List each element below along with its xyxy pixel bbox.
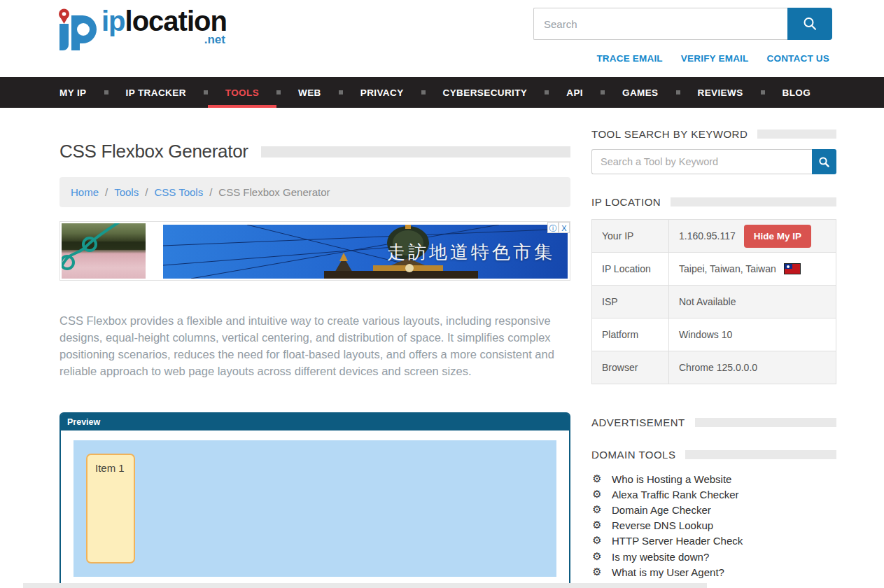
tool-search-input[interactable] — [591, 149, 812, 174]
ad-info-icon[interactable]: ⓘ — [547, 222, 559, 233]
breadcrumb-separator: / — [209, 186, 212, 198]
nav-item-games[interactable]: GAMES — [605, 77, 676, 108]
heading-decoration-bar — [685, 450, 836, 459]
nav-item-my-ip[interactable]: MY IP — [42, 77, 104, 108]
site-logo[interactable]: iplocation .net — [52, 7, 227, 53]
domain-tool-link-reverse-dns[interactable]: Reverse DNS Lookup — [612, 519, 713, 531]
nav-item-blog[interactable]: BLOG — [765, 77, 829, 108]
list-item: ⚙ Domain Age Checker — [591, 502, 836, 517]
ip-row-label: Browser — [592, 351, 669, 384]
search-icon — [818, 156, 830, 168]
your-ip-value: 1.160.95.117 — [679, 230, 736, 241]
preview-panel: Preview Item 1 — [59, 412, 570, 587]
tool-search-button[interactable] — [812, 149, 836, 174]
table-row: ISP Not Available — [592, 286, 836, 318]
logo-word-ip: ip — [101, 6, 125, 36]
ad-close-icon[interactable]: X — [559, 222, 570, 233]
header-links: TRACE EMAIL VERIFY EMAIL CONTACT US — [596, 53, 829, 64]
domain-tools-heading: DOMAIN TOOLS — [591, 449, 836, 461]
trace-email-link[interactable]: TRACE EMAIL — [596, 53, 662, 64]
tool-description: CSS Flexbox provides a flexible and intu… — [59, 312, 558, 379]
domain-tool-link-hosting[interactable]: Who is Hosting a Website — [612, 473, 731, 485]
header-search — [533, 8, 832, 40]
search-icon — [802, 16, 818, 31]
title-decoration-bar — [261, 146, 570, 158]
breadcrumb: Home / Tools / CSS Tools / CSS Flexbox G… — [59, 177, 570, 207]
heading-decoration-bar — [695, 418, 836, 427]
domain-tool-link-http-header[interactable]: HTTP Server Header Check — [612, 535, 743, 547]
ip-row-label: ISP — [592, 286, 669, 318]
table-row: Platform Windows 10 — [592, 318, 836, 351]
breadcrumb-home[interactable]: Home — [71, 186, 99, 198]
ad-main-image[interactable]: 走訪地道特色市集 — [163, 225, 568, 279]
header-search-input[interactable] — [533, 8, 787, 40]
main-nav: MY IP IP TRACKER TOOLS WEB PRIVACY CYBER… — [0, 77, 884, 108]
list-item: ⚙ Is my website down? — [591, 549, 836, 564]
nav-item-ip-tracker[interactable]: IP TRACKER — [108, 77, 204, 108]
browser-value: Chrome 125.0.0.0 — [669, 351, 836, 384]
ad-left-image[interactable] — [62, 223, 146, 279]
breadcrumb-separator: / — [105, 186, 108, 198]
sidebar: TOOL SEARCH BY KEYWORD IP LOCATION Y — [591, 108, 836, 580]
header-search-button[interactable] — [787, 8, 832, 40]
logo-ip-pin-icon — [52, 7, 97, 53]
site-header: iplocation .net TRACE EMAIL VERIFY EMAIL… — [0, 0, 884, 77]
gear-icon: ⚙ — [591, 505, 603, 515]
table-row: IP Location Taipei, Taiwan, Taiwan — [592, 253, 836, 286]
list-item: ⚙ What is my User Agent? — [591, 564, 836, 580]
list-item: ⚙ HTTP Server Header Check — [591, 533, 836, 549]
domain-tool-link-website-down[interactable]: Is my website down? — [612, 551, 709, 563]
ip-location-table: Your IP 1.160.95.117 Hide My IP IP Locat… — [591, 219, 836, 384]
gear-icon: ⚙ — [591, 489, 603, 500]
breadcrumb-css-tools[interactable]: CSS Tools — [154, 186, 203, 198]
isp-value: Not Available — [669, 286, 836, 318]
preview-panel-header: Preview — [61, 414, 569, 430]
table-row: Browser Chrome 125.0.0.0 — [592, 351, 836, 384]
list-item: ⚙ Who is Hosting a Website — [591, 471, 836, 486]
breadcrumb-tools[interactable]: Tools — [114, 186, 139, 198]
ip-location-heading: IP LOCATION — [591, 196, 836, 208]
ad-badges: ⓘ X — [547, 222, 570, 233]
ip-row-label: IP Location — [592, 253, 669, 286]
preview-panel-body: Item 1 — [61, 430, 569, 586]
breadcrumb-separator: / — [145, 186, 148, 198]
nav-item-cybersecurity[interactable]: CYBERSECURITY — [426, 77, 545, 108]
nav-item-web[interactable]: WEB — [281, 77, 339, 108]
breadcrumb-current: CSS Flexbox Generator — [218, 186, 330, 198]
gear-icon: ⚙ — [591, 520, 603, 531]
preview-title: Preview — [67, 417, 100, 427]
platform-value: Windows 10 — [669, 318, 836, 351]
flexbox-preview-item-1: Item 1 — [86, 454, 135, 564]
contact-us-link[interactable]: CONTACT US — [767, 53, 830, 64]
gear-icon: ⚙ — [591, 567, 603, 578]
advertisement-heading: ADVERTISEMENT — [591, 416, 836, 428]
heading-decoration-bar — [671, 197, 836, 206]
ad-banner[interactable]: 走訪地道特色市集 ⓘ X — [59, 221, 570, 281]
domain-tool-link-user-agent[interactable]: What is my User Agent? — [612, 566, 724, 578]
page-bottom-strip — [23, 583, 707, 588]
page: iplocation .net TRACE EMAIL VERIFY EMAIL… — [0, 0, 884, 588]
domain-tools-list: ⚙ Who is Hosting a Website ⚙ Alexa Traff… — [591, 471, 836, 580]
main-content: CSS Flexbox Generator Home / Tools / CSS… — [59, 108, 570, 587]
tool-search — [591, 149, 836, 174]
ad-headline: 走訪地道特色市集 — [387, 239, 555, 264]
verify-email-link[interactable]: VERIFY EMAIL — [681, 53, 749, 64]
hide-my-ip-button[interactable]: Hide My IP — [744, 225, 811, 248]
logo-word-location: location — [125, 6, 227, 36]
ip-row-label: Your IP — [592, 220, 669, 253]
nav-item-api[interactable]: API — [549, 77, 601, 108]
nav-item-tools[interactable]: TOOLS — [208, 77, 276, 108]
domain-tool-link-domain-age[interactable]: Domain Age Checker — [612, 504, 711, 516]
taiwan-flag-icon — [785, 264, 800, 274]
heading-decoration-bar — [757, 130, 836, 139]
gear-icon: ⚙ — [591, 474, 603, 484]
table-row: Your IP 1.160.95.117 Hide My IP — [592, 220, 836, 253]
logo-wordmark: iplocation .net — [101, 7, 227, 46]
nav-item-privacy[interactable]: PRIVACY — [343, 77, 421, 108]
tool-search-heading: TOOL SEARCH BY KEYWORD — [591, 128, 836, 140]
list-item: ⚙ Reverse DNS Lookup — [591, 518, 836, 533]
gear-icon: ⚙ — [591, 552, 603, 562]
nav-item-reviews[interactable]: REVIEWS — [680, 77, 761, 108]
domain-tool-link-alexa[interactable]: Alexa Traffic Rank Checker — [612, 489, 738, 500]
flexbox-preview-container: Item 1 — [73, 440, 556, 577]
